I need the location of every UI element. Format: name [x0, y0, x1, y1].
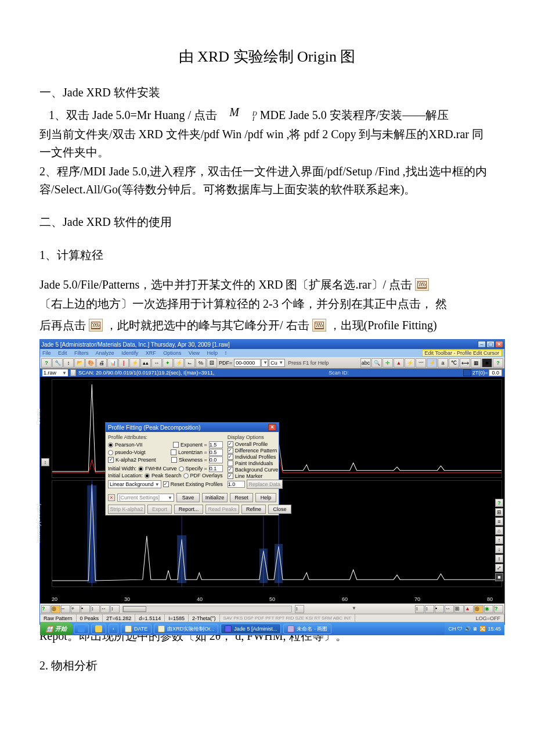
- side-expand-icon[interactable]: ⤢: [495, 564, 503, 572]
- specify-radio[interactable]: [179, 466, 184, 471]
- tool-icon[interactable]: 🔧: [52, 358, 63, 368]
- help-icon-2[interactable]: ?: [493, 358, 503, 368]
- twotheta-icon[interactable]: [463, 369, 471, 376]
- split-handle-icon[interactable]: ↕: [41, 458, 49, 466]
- range-icon[interactable]: ↔: [151, 358, 162, 368]
- menu-xrf[interactable]: XRF: [146, 350, 156, 356]
- linemk-check[interactable]: [228, 473, 233, 479]
- file-dropdown[interactable]: 1.raw▼: [42, 369, 68, 376]
- peaksearch-radio[interactable]: [145, 473, 150, 478]
- fit-icon[interactable]: ⚡: [174, 358, 184, 368]
- specify-input[interactable]: [209, 465, 223, 472]
- status-b-icon[interactable]: ↕: [425, 605, 434, 613]
- bars-icon[interactable]: ‖: [118, 358, 129, 368]
- bg-dropdown[interactable]: Linear Background▼: [108, 480, 161, 488]
- side-updown-icon[interactable]: ↕: [495, 555, 503, 563]
- hscrollbar[interactable]: [122, 606, 292, 613]
- status-target-icon[interactable]: ◎: [51, 605, 60, 613]
- twotheta-input[interactable]: 0.0: [489, 369, 502, 376]
- dialog-close-button[interactable]: ×: [268, 424, 276, 431]
- task-shield-icon[interactable]: ‹: [109, 624, 118, 634]
- exponent-input[interactable]: [209, 441, 223, 448]
- status-g-icon[interactable]: ◎: [474, 605, 484, 613]
- chart-icon[interactable]: 📊: [107, 358, 118, 368]
- lang-indicator[interactable]: CH: [448, 626, 456, 632]
- tray-icon[interactable]: 🛡: [457, 626, 463, 632]
- tray-icon[interactable]: 🔀: [479, 626, 486, 632]
- print-icon[interactable]: 🖨: [96, 358, 107, 368]
- lorentzian-check[interactable]: [171, 449, 176, 455]
- indiv-check[interactable]: [228, 454, 233, 460]
- profile-cursor-selected-icon[interactable]: ⚡: [427, 358, 437, 368]
- status-dot-icon[interactable]: •: [81, 605, 90, 613]
- axis-icon[interactable]: ⌙: [185, 358, 195, 368]
- menu-file[interactable]: File: [42, 350, 51, 356]
- status-combo[interactable]: ▼: [352, 605, 414, 613]
- pdfoverlays-radio[interactable]: [183, 473, 189, 478]
- side-help-icon[interactable]: ?: [495, 499, 503, 507]
- profile-cursor-icon[interactable]: ⚡: [129, 358, 140, 368]
- exponent-check[interactable]: [173, 442, 179, 448]
- task-jade[interactable]: Jade 5 [Administ...: [221, 624, 281, 634]
- kalpha2-check[interactable]: [108, 457, 114, 463]
- random-icon[interactable]: ⚄: [207, 358, 217, 368]
- close-button[interactable]: ×: [495, 341, 503, 348]
- status-a-icon[interactable]: ↕: [415, 605, 424, 613]
- status-help-icon[interactable]: ?: [41, 605, 50, 613]
- side-down-icon[interactable]: ↓: [495, 545, 503, 553]
- overall-check[interactable]: [228, 441, 233, 447]
- task-date[interactable]: DATE: [121, 624, 151, 634]
- menu-options[interactable]: Options: [163, 350, 181, 356]
- graph-icon[interactable]: ▦: [471, 358, 481, 368]
- side-home-icon[interactable]: ⌂: [495, 527, 503, 535]
- status-i-icon[interactable]: ?: [494, 605, 503, 613]
- text-icon[interactable]: abc: [360, 358, 371, 368]
- status-h-icon[interactable]: ◉: [484, 605, 493, 613]
- system-tray[interactable]: CH 🛡 🔊 🖥 🔀 15:45: [445, 622, 504, 635]
- percent-icon[interactable]: %: [196, 358, 206, 368]
- menu-analyze[interactable]: Analyze: [96, 350, 114, 356]
- minimize-button[interactable]: –: [478, 341, 486, 348]
- status-minus-icon[interactable]: –: [61, 605, 70, 613]
- status-f-icon[interactable]: ▲: [464, 605, 474, 613]
- status-ltr-icon[interactable]: ↔: [100, 605, 110, 613]
- anode-dropdown-arrow[interactable]: ▼: [261, 359, 268, 367]
- range-icon-2[interactable]: ⟷: [460, 358, 470, 368]
- status-split-icon[interactable]: ↕: [295, 605, 304, 613]
- peaks-icon[interactable]: ▴▴: [140, 358, 151, 368]
- current-settings-dropdown[interactable]: [Current Settings]▼: [117, 494, 174, 502]
- task-ie-icon[interactable]: [74, 624, 89, 634]
- status-updown-icon[interactable]: ↕: [91, 605, 100, 613]
- updown-icon[interactable]: ↕: [63, 358, 74, 368]
- bg-icon[interactable]: 〰: [416, 358, 426, 368]
- peak-icon[interactable]: ▲: [394, 358, 404, 368]
- export-button[interactable]: Export: [147, 505, 172, 514]
- pseudo-radio[interactable]: [108, 450, 113, 455]
- marker-icon[interactable]: ✦: [163, 358, 173, 368]
- paint-check[interactable]: [228, 460, 233, 466]
- lorentzian-input[interactable]: [209, 449, 223, 456]
- zoom-icon[interactable]: 🔍: [371, 358, 382, 368]
- save-button[interactable]: Save: [176, 493, 200, 502]
- strip-button[interactable]: Strip K-alpha2: [108, 505, 145, 514]
- maximize-button[interactable]: ▢: [486, 341, 495, 348]
- menu-filters[interactable]: Filters: [74, 350, 89, 356]
- refine-button[interactable]: Refine: [241, 505, 266, 514]
- tray-clock[interactable]: 15:45: [488, 626, 501, 632]
- menu-edit[interactable]: Edit: [58, 350, 67, 356]
- cursor-icon[interactable]: ✛: [383, 358, 393, 368]
- skewness-input[interactable]: [209, 456, 223, 463]
- initialize-button[interactable]: Initialize: [202, 493, 228, 502]
- menu-view[interactable]: View: [189, 350, 200, 356]
- reset-button[interactable]: Reset: [230, 493, 253, 502]
- status-c-icon[interactable]: •: [435, 605, 444, 613]
- side-stop-icon[interactable]: ■: [495, 573, 503, 581]
- diff-check[interactable]: [228, 448, 233, 453]
- menu-bang[interactable]: !: [225, 350, 227, 356]
- menu-identify[interactable]: Identify: [121, 350, 138, 356]
- bgcurve-check[interactable]: [228, 467, 233, 473]
- side-fit-icon[interactable]: ⊞: [495, 508, 503, 516]
- status-plus-icon[interactable]: +: [71, 605, 80, 613]
- status-grid-icon[interactable]: ↕: [110, 605, 120, 613]
- fwhm-radio[interactable]: [138, 466, 143, 471]
